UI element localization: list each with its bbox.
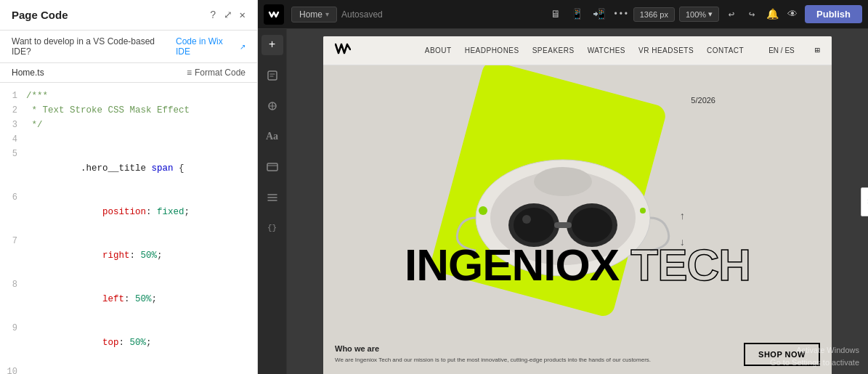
- svg-rect-10: [554, 222, 572, 228]
- home-button[interactable]: Home ▾: [291, 7, 337, 23]
- format-icon: ≡: [187, 68, 192, 78]
- sidebar-media-icon[interactable]: [261, 157, 283, 177]
- svg-point-13: [640, 208, 646, 214]
- date-badge: 5/2026: [691, 96, 715, 105]
- shop-now-button[interactable]: SHOP NOW: [744, 343, 820, 366]
- editor-sidebar: + Aa: [258, 29, 287, 374]
- scroll-down-icon: ↓: [679, 237, 685, 248]
- help-icon[interactable]: ?: [210, 9, 216, 21]
- svg-rect-2: [267, 163, 277, 171]
- sidebar-pages-icon[interactable]: [261, 65, 283, 86]
- code-content: .hero__title span {: [26, 147, 257, 190]
- bell-icon[interactable]: 🔔: [764, 8, 780, 20]
- svg-rect-0: [268, 71, 277, 80]
- panel-header-icons: ? ⤢ ✕: [210, 9, 246, 21]
- nav-vr: VR HEADSETS: [638, 46, 694, 54]
- code-line: 1 /***: [0, 89, 257, 103]
- tablet-icon[interactable]: 📱: [569, 8, 585, 20]
- vs-code-bar: Want to develop in a VS Code-based IDE? …: [0, 31, 257, 63]
- page-code-panel: Page Code ? ⤢ ✕ Want to develop in a VS …: [0, 0, 258, 374]
- line-num: 3: [0, 118, 26, 132]
- canvas-nav-right[interactable]: ›: [861, 187, 868, 216]
- sidebar-elements-icon[interactable]: [261, 96, 283, 116]
- nav-contact: CONTACT: [707, 46, 744, 54]
- resolution-button[interactable]: 1366 px: [633, 7, 675, 22]
- code-content: right: 50%;: [26, 234, 257, 277]
- hero-title-stroke: TECH: [630, 240, 750, 290]
- site-nav: ABOUT HEADPHONES SPEAKERS WATCHES VR HEA…: [323, 36, 832, 65]
- zoom-label: 100%: [686, 10, 706, 19]
- home-btn-label: Home: [299, 9, 323, 20]
- phone-icon[interactable]: 📲: [591, 8, 607, 20]
- scroll-up-icon: ↑: [679, 211, 685, 222]
- nav-grid-icon: ⊞: [815, 45, 820, 56]
- more-icon[interactable]: •••: [613, 9, 629, 20]
- line-num: 2: [0, 103, 26, 118]
- code-line: 5 .hero__title span {: [0, 147, 257, 190]
- line-num: 10: [0, 365, 26, 374]
- code-content: left: 50%;: [26, 277, 257, 321]
- device-icons: 🖥 📱 📲 •••: [548, 8, 629, 20]
- code-line: 7 right: 50%;: [0, 234, 257, 277]
- code-editor[interactable]: 1 /*** 2 * Text Stroke CSS Mask Effect 3…: [0, 83, 257, 374]
- who-title: Who we are: [335, 344, 729, 353]
- undo-icon[interactable]: ↩: [723, 8, 739, 20]
- panel-header: Page Code ? ⤢ ✕: [0, 0, 257, 31]
- vs-code-link-text: Code in Wix IDE: [176, 36, 238, 57]
- code-content: transform: translate(-50%, 0);: [26, 365, 257, 374]
- autosaved-label: Autosaved: [341, 9, 383, 20]
- resolution-label: 1366 px: [640, 10, 668, 19]
- eye-icon[interactable]: 👁: [784, 9, 800, 20]
- nav-links: ABOUT HEADPHONES SPEAKERS WATCHES VR HEA…: [425, 46, 744, 54]
- code-content: */: [26, 118, 257, 132]
- code-content: top: 50%;: [26, 321, 257, 365]
- redo-icon[interactable]: ↪: [744, 8, 760, 20]
- svg-point-7: [522, 215, 531, 224]
- vs-code-link[interactable]: Code in Wix IDE ↗: [176, 36, 246, 57]
- external-link-icon: ↗: [240, 43, 246, 51]
- sidebar-list-icon[interactable]: [261, 187, 283, 208]
- publish-button[interactable]: Publish: [805, 5, 862, 23]
- line-num: 7: [0, 234, 26, 248]
- website-preview: ABOUT HEADPHONES SPEAKERS WATCHES VR HEA…: [323, 36, 832, 374]
- nav-about: ABOUT: [425, 46, 452, 54]
- line-num: 9: [0, 321, 26, 336]
- panel-title: Page Code: [12, 9, 204, 21]
- home-caret-icon: ▾: [325, 10, 329, 18]
- nav-watches: WATCHES: [588, 46, 625, 54]
- format-code-button[interactable]: ≡ Format Code: [187, 68, 246, 78]
- code-line: 3 */: [0, 118, 257, 132]
- sidebar-text-icon[interactable]: Aa: [261, 126, 283, 147]
- app-layout: Page Code ? ⤢ ✕ Want to develop in a VS …: [0, 0, 868, 374]
- nav-headphones: HEADPHONES: [465, 46, 519, 54]
- nav-language: EN / ES: [768, 46, 795, 54]
- code-line: 8 left: 50%;: [0, 277, 257, 321]
- site-bottom: Who we are We are Ingeniox Tech and our …: [323, 334, 832, 374]
- site-hero: 5/2026: [323, 65, 832, 334]
- desktop-icon[interactable]: 🖥: [548, 9, 564, 20]
- line-num: 4: [0, 132, 26, 147]
- sidebar-code-icon[interactable]: {}: [261, 218, 283, 238]
- zoom-caret-icon: ▾: [708, 9, 713, 19]
- format-code-label: Format Code: [195, 68, 246, 78]
- line-num: 1: [0, 89, 26, 103]
- expand-icon[interactable]: ⤢: [224, 9, 232, 21]
- close-icon[interactable]: ✕: [240, 9, 246, 21]
- svg-point-11: [534, 167, 592, 196]
- code-line: 10 transform: translate(-50%, 0);: [0, 365, 257, 374]
- file-tab-bar: Home.ts ≡ Format Code: [0, 63, 257, 83]
- code-line: 2 * Text Stroke CSS Mask Effect: [0, 103, 257, 118]
- file-tab[interactable]: Home.ts: [12, 68, 44, 78]
- code-content: position: fixed;: [26, 190, 257, 234]
- zoom-button[interactable]: 100% ▾: [679, 7, 719, 22]
- wix-editor-panel: Home ▾ Autosaved 🖥 📱 📲 ••• 1366 px 100% …: [258, 0, 868, 374]
- site-logo: [335, 42, 351, 59]
- code-line: 6 position: fixed;: [0, 190, 257, 234]
- editor-topbar: Home ▾ Autosaved 🖥 📱 📲 ••• 1366 px 100% …: [258, 0, 868, 29]
- code-line: 9 top: 50%;: [0, 321, 257, 365]
- nav-speakers: SPEAKERS: [532, 46, 575, 54]
- who-we-are-section: Who we are We are Ingeniox Tech and our …: [335, 344, 729, 364]
- hero-title: INGENIOX TECH: [405, 239, 750, 290]
- sidebar-add-icon[interactable]: +: [261, 35, 283, 55]
- canvas-area: ABOUT HEADPHONES SPEAKERS WATCHES VR HEA…: [287, 29, 868, 374]
